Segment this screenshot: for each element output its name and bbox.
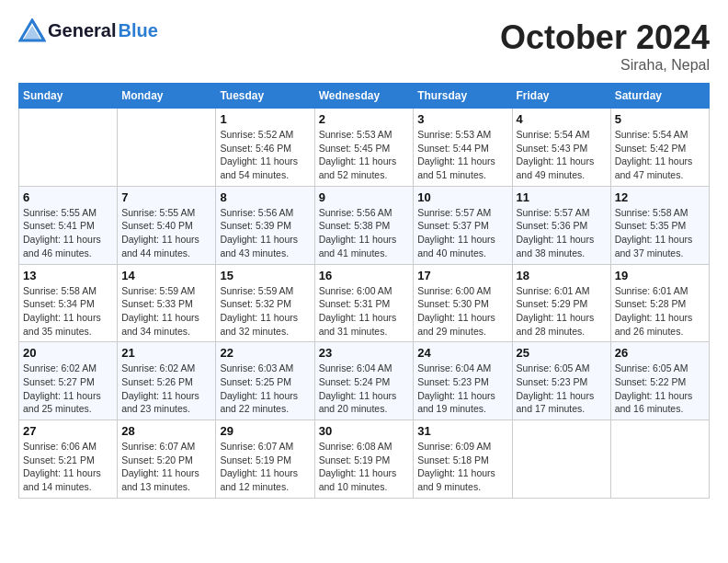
day-number: 9 — [319, 190, 410, 204]
day-number: 29 — [220, 424, 310, 438]
day-info: Sunrise: 6:04 AM Sunset: 5:23 PM Dayligh… — [417, 362, 507, 416]
day-number: 24 — [417, 346, 507, 360]
day-info: Sunrise: 6:07 AM Sunset: 5:19 PM Dayligh… — [220, 440, 310, 494]
weekday-header-wednesday: Wednesday — [314, 84, 414, 109]
day-number: 8 — [220, 190, 310, 204]
logo: GeneralBlue — [18, 18, 158, 42]
weekday-header-thursday: Thursday — [414, 84, 512, 109]
day-info: Sunrise: 5:55 AM Sunset: 5:40 PM Dayligh… — [121, 206, 211, 260]
day-info: Sunrise: 6:00 AM Sunset: 5:31 PM Dayligh… — [319, 284, 410, 339]
calendar-cell: 21Sunrise: 6:02 AM Sunset: 5:26 PM Dayli… — [118, 342, 216, 420]
day-info: Sunrise: 6:05 AM Sunset: 5:23 PM Dayligh… — [517, 362, 607, 416]
calendar-cell: 31Sunrise: 6:09 AM Sunset: 5:18 PM Dayli… — [414, 420, 512, 499]
calendar-cell: 15Sunrise: 5:59 AM Sunset: 5:32 PM Dayli… — [216, 264, 314, 342]
day-info: Sunrise: 5:53 AM Sunset: 5:45 PM Dayligh… — [319, 128, 410, 182]
day-info: Sunrise: 5:54 AM Sunset: 5:42 PM Dayligh… — [615, 128, 705, 182]
day-number: 6 — [23, 190, 113, 204]
day-info: Sunrise: 5:59 AM Sunset: 5:33 PM Dayligh… — [121, 284, 211, 339]
day-info: Sunrise: 5:56 AM Sunset: 5:38 PM Dayligh… — [319, 206, 410, 260]
day-number: 30 — [319, 424, 410, 438]
day-info: Sunrise: 5:52 AM Sunset: 5:46 PM Dayligh… — [220, 128, 310, 182]
page-header: GeneralBlue October 2024 Siraha, Nepal — [18, 18, 710, 74]
day-info: Sunrise: 5:54 AM Sunset: 5:43 PM Dayligh… — [517, 128, 607, 182]
calendar-cell — [118, 109, 216, 187]
day-info: Sunrise: 5:56 AM Sunset: 5:39 PM Dayligh… — [220, 206, 310, 260]
calendar-cell: 16Sunrise: 6:00 AM Sunset: 5:31 PM Dayli… — [314, 264, 414, 342]
day-number: 11 — [517, 190, 607, 204]
calendar-cell: 14Sunrise: 5:59 AM Sunset: 5:33 PM Dayli… — [118, 264, 216, 342]
calendar-cell: 26Sunrise: 6:05 AM Sunset: 5:22 PM Dayli… — [610, 342, 709, 420]
day-number: 17 — [417, 269, 507, 282]
day-info: Sunrise: 6:03 AM Sunset: 5:25 PM Dayligh… — [220, 362, 310, 416]
weekday-header-tuesday: Tuesday — [216, 84, 314, 109]
logo-general: General — [48, 20, 116, 41]
calendar-cell: 1Sunrise: 5:52 AM Sunset: 5:46 PM Daylig… — [216, 109, 314, 187]
day-info: Sunrise: 6:02 AM Sunset: 5:27 PM Dayligh… — [23, 362, 113, 416]
day-info: Sunrise: 5:58 AM Sunset: 5:34 PM Dayligh… — [23, 284, 113, 339]
day-info: Sunrise: 5:59 AM Sunset: 5:32 PM Dayligh… — [220, 284, 310, 339]
day-number: 13 — [23, 269, 113, 282]
location-subtitle: Siraha, Nepal — [500, 57, 710, 74]
day-number: 4 — [517, 112, 607, 126]
calendar-cell: 12Sunrise: 5:58 AM Sunset: 5:35 PM Dayli… — [610, 186, 709, 264]
day-number: 5 — [615, 112, 705, 126]
day-info: Sunrise: 5:53 AM Sunset: 5:44 PM Dayligh… — [417, 128, 507, 182]
day-info: Sunrise: 6:01 AM Sunset: 5:28 PM Dayligh… — [615, 284, 705, 339]
day-number: 3 — [417, 112, 507, 126]
day-number: 20 — [23, 346, 113, 360]
calendar-cell: 27Sunrise: 6:06 AM Sunset: 5:21 PM Dayli… — [19, 420, 118, 499]
calendar-cell: 23Sunrise: 6:04 AM Sunset: 5:24 PM Dayli… — [314, 342, 414, 420]
day-info: Sunrise: 5:58 AM Sunset: 5:35 PM Dayligh… — [615, 206, 705, 260]
day-number: 28 — [121, 424, 211, 438]
calendar-cell: 6Sunrise: 5:55 AM Sunset: 5:41 PM Daylig… — [19, 186, 118, 264]
day-number: 16 — [319, 269, 410, 282]
calendar-table: SundayMondayTuesdayWednesdayThursdayFrid… — [18, 83, 710, 499]
day-number: 1 — [220, 112, 310, 126]
day-number: 10 — [417, 190, 507, 204]
calendar-cell: 20Sunrise: 6:02 AM Sunset: 5:27 PM Dayli… — [19, 342, 118, 420]
day-info: Sunrise: 6:04 AM Sunset: 5:24 PM Dayligh… — [319, 362, 410, 416]
day-info: Sunrise: 6:02 AM Sunset: 5:26 PM Dayligh… — [121, 362, 211, 416]
day-info: Sunrise: 6:09 AM Sunset: 5:18 PM Dayligh… — [417, 440, 507, 494]
day-number: 26 — [615, 346, 705, 360]
day-number: 25 — [517, 346, 607, 360]
day-number: 19 — [615, 269, 705, 282]
day-number: 31 — [417, 424, 507, 438]
calendar-cell: 10Sunrise: 5:57 AM Sunset: 5:37 PM Dayli… — [414, 186, 512, 264]
calendar-week-row: 20Sunrise: 6:02 AM Sunset: 5:27 PM Dayli… — [19, 342, 710, 420]
calendar-cell: 30Sunrise: 6:08 AM Sunset: 5:19 PM Dayli… — [314, 420, 414, 499]
calendar-cell — [610, 420, 709, 499]
calendar-cell — [19, 109, 118, 187]
calendar-cell: 9Sunrise: 5:56 AM Sunset: 5:38 PM Daylig… — [314, 186, 414, 264]
day-number: 22 — [220, 346, 310, 360]
calendar-cell: 3Sunrise: 5:53 AM Sunset: 5:44 PM Daylig… — [414, 109, 512, 187]
calendar-cell: 25Sunrise: 6:05 AM Sunset: 5:23 PM Dayli… — [512, 342, 610, 420]
day-number: 12 — [615, 190, 705, 204]
day-info: Sunrise: 5:55 AM Sunset: 5:41 PM Dayligh… — [23, 206, 113, 260]
day-info: Sunrise: 6:06 AM Sunset: 5:21 PM Dayligh… — [23, 440, 113, 494]
day-number: 15 — [220, 269, 310, 282]
day-info: Sunrise: 6:00 AM Sunset: 5:30 PM Dayligh… — [417, 284, 507, 339]
calendar-cell: 13Sunrise: 5:58 AM Sunset: 5:34 PM Dayli… — [19, 264, 118, 342]
calendar-week-row: 1Sunrise: 5:52 AM Sunset: 5:46 PM Daylig… — [19, 109, 710, 187]
day-number: 23 — [319, 346, 410, 360]
calendar-cell: 22Sunrise: 6:03 AM Sunset: 5:25 PM Dayli… — [216, 342, 314, 420]
weekday-header-friday: Friday — [512, 84, 610, 109]
calendar-cell — [512, 420, 610, 499]
calendar-cell: 5Sunrise: 5:54 AM Sunset: 5:42 PM Daylig… — [610, 109, 709, 187]
day-number: 18 — [517, 269, 607, 282]
calendar-cell: 17Sunrise: 6:00 AM Sunset: 5:30 PM Dayli… — [414, 264, 512, 342]
month-title: October 2024 — [500, 18, 710, 57]
day-number: 14 — [121, 269, 211, 282]
logo-icon — [18, 18, 46, 42]
day-number: 2 — [319, 112, 410, 126]
calendar-cell: 2Sunrise: 5:53 AM Sunset: 5:45 PM Daylig… — [314, 109, 414, 187]
calendar-cell: 19Sunrise: 6:01 AM Sunset: 5:28 PM Dayli… — [610, 264, 709, 342]
day-number: 7 — [121, 190, 211, 204]
calendar-cell: 29Sunrise: 6:07 AM Sunset: 5:19 PM Dayli… — [216, 420, 314, 499]
day-number: 27 — [23, 424, 113, 438]
calendar-cell: 8Sunrise: 5:56 AM Sunset: 5:39 PM Daylig… — [216, 186, 314, 264]
day-info: Sunrise: 5:57 AM Sunset: 5:37 PM Dayligh… — [417, 206, 507, 260]
day-info: Sunrise: 6:01 AM Sunset: 5:29 PM Dayligh… — [517, 284, 607, 339]
weekday-header-sunday: Sunday — [19, 84, 118, 109]
